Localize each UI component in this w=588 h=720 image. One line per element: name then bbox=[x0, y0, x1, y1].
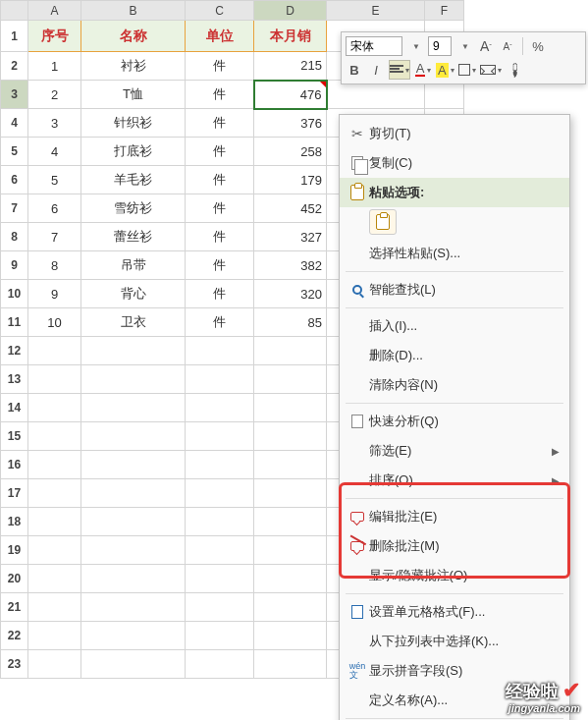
header-cell[interactable]: 序号 bbox=[28, 21, 81, 52]
row-header[interactable]: 23 bbox=[1, 650, 28, 679]
cell[interactable]: 卫衣 bbox=[81, 308, 186, 337]
menu-format-cells[interactable]: 设置单元格格式(F)... bbox=[340, 597, 569, 627]
cell[interactable]: 6 bbox=[28, 194, 81, 223]
row-header[interactable]: 17 bbox=[1, 479, 28, 508]
menu-toggle-comment[interactable]: 显示/隐藏批注(O) bbox=[340, 561, 569, 590]
fill-color-button[interactable]: A▾ bbox=[436, 60, 454, 80]
menu-delete[interactable]: 删除(D)... bbox=[340, 341, 569, 370]
italic-button[interactable]: I bbox=[367, 60, 385, 80]
row-header[interactable]: 11 bbox=[1, 308, 28, 337]
font-color-button[interactable]: A▾ bbox=[414, 60, 432, 80]
row-header[interactable]: 12 bbox=[1, 337, 28, 365]
cell[interactable]: 382 bbox=[254, 251, 327, 280]
menu-edit-comment[interactable]: 编辑批注(E) bbox=[340, 502, 569, 531]
decrease-font-icon[interactable]: Aˇ bbox=[499, 36, 516, 56]
row-header[interactable]: 6 bbox=[1, 166, 28, 194]
menu-paste-special[interactable]: 选择性粘贴(S)... bbox=[340, 239, 569, 268]
row-header[interactable]: 22 bbox=[1, 622, 28, 650]
cell[interactable]: 件 bbox=[186, 223, 254, 251]
format-painter-button[interactable]: 🖌 bbox=[501, 57, 527, 83]
increase-font-icon[interactable]: Aˆ bbox=[477, 36, 495, 56]
cell[interactable]: 衬衫 bbox=[81, 52, 186, 81]
cell[interactable]: 蕾丝衫 bbox=[81, 223, 186, 251]
align-button[interactable]: ▾ bbox=[389, 60, 410, 80]
border-button[interactable]: ▾ bbox=[458, 60, 476, 80]
cell[interactable]: 5 bbox=[28, 166, 81, 194]
header-cell[interactable]: 名称 bbox=[81, 21, 186, 52]
row-header[interactable]: 10 bbox=[1, 280, 28, 308]
menu-clear[interactable]: 清除内容(N) bbox=[340, 370, 569, 400]
merge-button[interactable]: ▾ bbox=[480, 60, 502, 80]
row-header[interactable]: 18 bbox=[1, 508, 28, 536]
menu-delete-comment[interactable]: 删除批注(M) bbox=[340, 531, 569, 561]
header-cell[interactable]: 单位 bbox=[186, 21, 254, 52]
cell[interactable]: 件 bbox=[186, 81, 254, 109]
row-header-1[interactable]: 1 bbox=[1, 21, 28, 52]
cell[interactable]: 9 bbox=[28, 280, 81, 308]
cell[interactable]: 85 bbox=[254, 308, 327, 337]
menu-quick-analysis[interactable]: 快速分析(Q) bbox=[340, 407, 569, 436]
row-header[interactable]: 8 bbox=[1, 223, 28, 251]
cell[interactable]: 476 bbox=[254, 81, 327, 109]
cell[interactable]: 327 bbox=[254, 223, 327, 251]
cell[interactable]: 背心 bbox=[81, 280, 186, 308]
cell[interactable]: 320 bbox=[254, 280, 327, 308]
row-header[interactable]: 7 bbox=[1, 194, 28, 223]
cell[interactable]: 件 bbox=[186, 251, 254, 280]
cell[interactable]: 376 bbox=[254, 109, 327, 138]
menu-smart-lookup[interactable]: 智能查找(L) bbox=[340, 275, 569, 305]
row-header[interactable]: 13 bbox=[1, 365, 28, 394]
cell[interactable]: 452 bbox=[254, 194, 327, 223]
cell[interactable]: 7 bbox=[28, 223, 81, 251]
font-size-input[interactable] bbox=[428, 36, 452, 56]
menu-pick-from-list[interactable]: 从下拉列表中选择(K)... bbox=[340, 627, 569, 656]
row-header[interactable]: 4 bbox=[1, 109, 28, 138]
cell[interactable]: 件 bbox=[186, 194, 254, 223]
cell[interactable]: 件 bbox=[186, 280, 254, 308]
row-header[interactable]: 3 bbox=[1, 81, 28, 109]
col-header-B[interactable]: B bbox=[81, 1, 186, 21]
row-header[interactable]: 14 bbox=[1, 394, 28, 422]
cell[interactable]: 件 bbox=[186, 109, 254, 138]
row-header[interactable]: 21 bbox=[1, 593, 28, 622]
cell[interactable]: 件 bbox=[186, 52, 254, 81]
cell[interactable]: 4 bbox=[28, 138, 81, 166]
font-size-dropdown[interactable]: ▼ bbox=[455, 36, 473, 56]
cell[interactable]: 件 bbox=[186, 166, 254, 194]
cell[interactable]: 雪纺衫 bbox=[81, 194, 186, 223]
font-name-input[interactable] bbox=[346, 36, 402, 56]
cell[interactable]: 3 bbox=[28, 109, 81, 138]
row-header[interactable]: 19 bbox=[1, 536, 28, 565]
row-header[interactable]: 2 bbox=[1, 52, 28, 81]
cell[interactable]: 179 bbox=[254, 166, 327, 194]
col-header-A[interactable]: A bbox=[28, 1, 81, 21]
cell[interactable]: 2 bbox=[28, 81, 81, 109]
cell[interactable]: 件 bbox=[186, 308, 254, 337]
cell[interactable]: 羊毛衫 bbox=[81, 166, 186, 194]
menu-sort[interactable]: 排序(O)▶ bbox=[340, 466, 569, 495]
row-header[interactable]: 20 bbox=[1, 565, 28, 593]
cell[interactable]: 1 bbox=[28, 52, 81, 81]
row-header[interactable]: 5 bbox=[1, 138, 28, 166]
cell[interactable]: 8 bbox=[28, 251, 81, 280]
cell[interactable]: 10 bbox=[28, 308, 81, 337]
menu-insert[interactable]: 插入(I)... bbox=[340, 311, 569, 341]
cell[interactable]: T恤 bbox=[81, 81, 186, 109]
col-header-E[interactable]: E bbox=[327, 1, 425, 21]
menu-paste-options[interactable]: 粘贴选项: bbox=[340, 178, 569, 207]
paste-default-button[interactable] bbox=[369, 209, 397, 235]
menu-copy[interactable]: 复制(C) bbox=[340, 148, 569, 178]
font-name-dropdown[interactable]: ▼ bbox=[406, 36, 424, 56]
menu-filter[interactable]: 筛选(E)▶ bbox=[340, 436, 569, 466]
bold-button[interactable]: B bbox=[346, 60, 363, 80]
header-cell[interactable]: 本月销 bbox=[254, 21, 327, 52]
cell[interactable]: 打底衫 bbox=[81, 138, 186, 166]
col-header-C[interactable]: C bbox=[186, 1, 254, 21]
menu-cut[interactable]: 剪切(T) bbox=[340, 119, 569, 148]
cell[interactable]: 件 bbox=[186, 138, 254, 166]
cell[interactable]: 215 bbox=[254, 52, 327, 81]
row-header[interactable]: 16 bbox=[1, 451, 28, 479]
cell[interactable]: 针织衫 bbox=[81, 109, 186, 138]
row-header[interactable]: 9 bbox=[1, 251, 28, 280]
col-header-F[interactable]: F bbox=[425, 1, 464, 21]
